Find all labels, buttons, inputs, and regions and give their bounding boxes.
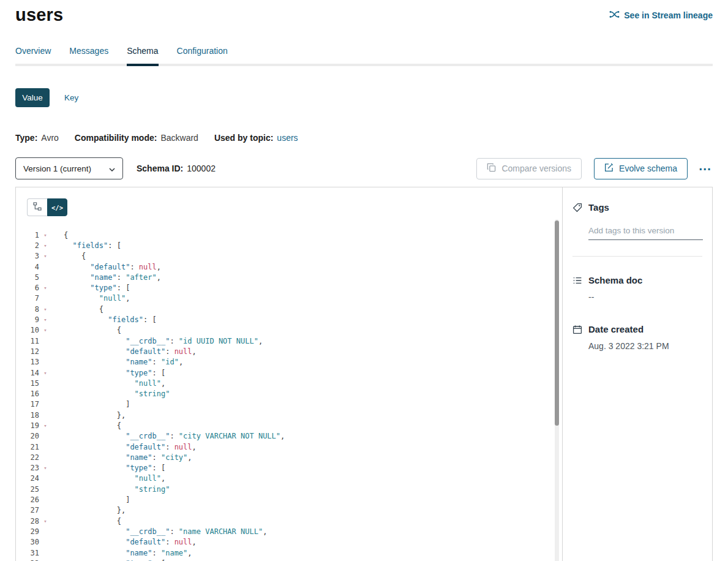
value-key-toggle: Value Key bbox=[15, 88, 713, 107]
code-text: { bbox=[51, 421, 121, 430]
tags-input[interactable] bbox=[588, 222, 703, 240]
code-line: 8▾ { bbox=[16, 304, 562, 314]
tab-overview[interactable]: Overview bbox=[15, 46, 51, 66]
tags-section-header: Tags bbox=[572, 202, 702, 213]
key-toggle-button[interactable]: Key bbox=[64, 93, 78, 102]
code-line: 18 }, bbox=[16, 410, 562, 420]
compare-versions-button[interactable]: Compare versions bbox=[476, 158, 582, 179]
compare-versions-label: Compare versions bbox=[501, 164, 571, 173]
tab-messages[interactable]: Messages bbox=[69, 46, 108, 66]
fold-toggle-icon[interactable]: ▾ bbox=[39, 253, 51, 259]
schema-sidebar: Tags Schema doc -- bbox=[562, 187, 712, 561]
evolve-schema-button[interactable]: Evolve schema bbox=[594, 158, 688, 179]
compare-versions-icon bbox=[487, 163, 496, 174]
code-line: 21 "default": null, bbox=[16, 442, 562, 452]
code-text: "null", bbox=[51, 379, 165, 388]
line-number: 4 bbox=[16, 263, 39, 271]
fold-toggle-icon[interactable]: ▾ bbox=[39, 518, 51, 524]
line-number: 14 bbox=[16, 369, 39, 377]
date-created-section-header: Date created bbox=[572, 324, 702, 334]
schema-doc-icon bbox=[572, 276, 582, 285]
tab-schema[interactable]: Schema bbox=[127, 46, 158, 66]
line-number: 29 bbox=[16, 527, 39, 536]
more-options-button[interactable]: ⋯ bbox=[697, 162, 713, 175]
value-toggle-button[interactable]: Value bbox=[15, 88, 50, 107]
code-line: 1▾{ bbox=[16, 230, 562, 240]
fold-toggle-icon[interactable]: ▾ bbox=[39, 370, 51, 376]
editor-scrollbar-thumb[interactable] bbox=[555, 220, 559, 426]
code-text: "fields": [ bbox=[51, 241, 121, 250]
line-number: 16 bbox=[16, 390, 39, 398]
code-text: "default": null, bbox=[51, 347, 197, 356]
stream-lineage-label: See in Stream lineage bbox=[624, 10, 713, 20]
tags-title: Tags bbox=[588, 202, 609, 213]
type-label: Type: bbox=[15, 133, 37, 143]
code-line: 28▾ { bbox=[16, 516, 562, 526]
line-number: 26 bbox=[16, 495, 39, 504]
code-line: 30 "default": null, bbox=[16, 537, 562, 548]
fold-toggle-icon[interactable]: ▾ bbox=[39, 465, 51, 471]
code-line: 16 "string" bbox=[16, 388, 562, 399]
line-number: 15 bbox=[16, 379, 39, 388]
code-line: 9▾ "fields": [ bbox=[16, 314, 562, 325]
fold-toggle-icon[interactable]: ▾ bbox=[39, 232, 51, 238]
code-text: "type": [ bbox=[51, 369, 165, 377]
schema-meta: Type: Avro Compatibility mode: Backward … bbox=[15, 133, 713, 143]
evolve-schema-icon bbox=[604, 163, 614, 174]
code-text: { bbox=[51, 305, 103, 314]
code-text: "string" bbox=[51, 390, 170, 398]
sidebar-divider bbox=[572, 256, 702, 257]
fold-toggle-icon[interactable]: ▾ bbox=[39, 306, 51, 312]
evolve-schema-label: Evolve schema bbox=[619, 164, 677, 173]
code-text: ] bbox=[51, 400, 130, 409]
code-line: 20 "__crdb__": "city VARCHAR NOT NULL", bbox=[16, 431, 562, 442]
tree-view-button[interactable] bbox=[27, 198, 47, 216]
fold-toggle-icon[interactable]: ▾ bbox=[39, 285, 51, 291]
fold-toggle-icon[interactable]: ▾ bbox=[39, 243, 51, 249]
tab-configuration[interactable]: Configuration bbox=[177, 46, 228, 66]
editor-scrollbar-track[interactable] bbox=[555, 219, 559, 561]
code-line: 24 "null", bbox=[16, 473, 562, 484]
code-line: 4 "default": null, bbox=[16, 262, 562, 272]
calendar-icon bbox=[572, 325, 582, 334]
line-number: 20 bbox=[16, 432, 39, 440]
line-number: 28 bbox=[16, 517, 39, 525]
code-text: "default": null, bbox=[51, 538, 197, 546]
code-text: "null", bbox=[51, 294, 130, 303]
fold-toggle-icon[interactable]: ▾ bbox=[39, 317, 51, 323]
code-line: 32▾ "type": [ bbox=[16, 558, 562, 561]
stream-lineage-icon bbox=[609, 10, 620, 21]
schema-id-value: 100002 bbox=[187, 164, 216, 173]
code-text: "type": [ bbox=[51, 284, 130, 292]
schema-doc-section-header: Schema doc bbox=[572, 275, 702, 285]
code-text: { bbox=[51, 517, 121, 525]
code-text: "null", bbox=[51, 474, 165, 483]
used-by-topic-label: Used by topic: bbox=[214, 133, 273, 143]
code-line: 5 "name": "after", bbox=[16, 272, 562, 282]
line-number: 19 bbox=[16, 421, 39, 430]
used-by-topic-link[interactable]: users bbox=[277, 133, 298, 143]
code-line: 17 ] bbox=[16, 399, 562, 410]
compat-mode-value: Backward bbox=[160, 133, 198, 143]
fold-toggle-icon[interactable]: ▾ bbox=[39, 423, 51, 429]
tag-icon bbox=[572, 203, 582, 213]
schema-panel: </> 1▾{2▾ "fields": [3▾ {4 "default": nu… bbox=[15, 187, 713, 561]
code-line: 10▾ { bbox=[16, 325, 562, 336]
code-text: "__crdb__": "id UUID NOT NULL", bbox=[51, 337, 263, 345]
code-text: { bbox=[51, 231, 68, 239]
line-number: 17 bbox=[16, 400, 39, 409]
stream-lineage-link[interactable]: See in Stream lineage bbox=[609, 10, 713, 21]
code-view-icon: </> bbox=[51, 204, 63, 211]
code-line: 26 ] bbox=[16, 494, 562, 505]
line-number: 21 bbox=[16, 443, 39, 451]
code-line: 27 }, bbox=[16, 505, 562, 516]
code-line: 25 "string" bbox=[16, 484, 562, 494]
chevron-down-icon bbox=[109, 164, 115, 173]
date-created-title: Date created bbox=[588, 324, 644, 334]
code-view-button[interactable]: </> bbox=[47, 198, 67, 216]
line-number: 30 bbox=[16, 538, 39, 546]
schema-id-label: Schema ID: bbox=[137, 164, 183, 173]
fold-toggle-icon[interactable]: ▾ bbox=[39, 327, 51, 333]
version-select[interactable]: Version 1 (current) bbox=[15, 157, 123, 179]
code-text: "default": null, bbox=[51, 443, 197, 451]
